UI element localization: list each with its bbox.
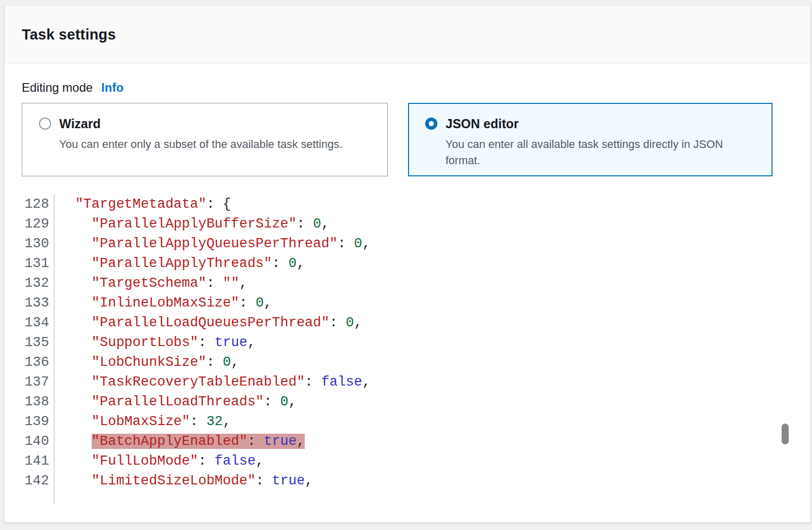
- code-line: 131 "ParallelApplyThreads": 0,: [18, 254, 810, 274]
- wizard-radio[interactable]: [39, 118, 51, 130]
- line-number: 135: [18, 333, 55, 353]
- line-number: 139: [18, 412, 55, 432]
- page: { "header": { "title": "Task settings" }…: [0, 0, 812, 530]
- highlighted-code: "BatchApplyEnabled": true,: [92, 434, 305, 449]
- line-number: 138: [18, 392, 55, 412]
- code-line: 142 "LimitedSizeLobMode": true,: [18, 471, 810, 491]
- line-number: 131: [18, 254, 55, 274]
- wizard-tile[interactable]: Wizard You can enter only a subset of th…: [22, 103, 388, 176]
- line-number: 128: [18, 195, 55, 214]
- json-editor-tile[interactable]: JSON editor You can enter all available …: [408, 103, 773, 176]
- code-line: 138 "ParallelLoadThreads": 0,: [18, 392, 810, 412]
- page-title: Task settings: [22, 26, 116, 43]
- line-number: 142: [18, 471, 55, 491]
- scrollbar-thumb[interactable]: [782, 424, 789, 444]
- json-editor-description: You can enter all available task setting…: [445, 136, 759, 169]
- panel-body: Editing mode Info Wizard You can enter o…: [5, 64, 810, 504]
- line-number: 134: [18, 313, 55, 333]
- line-number: 133: [18, 293, 55, 313]
- line-number: 141: [18, 451, 55, 471]
- code-line: 133 "InlineLobMaxSize": 0,: [18, 293, 810, 313]
- code-line: 135 "SupportLobs": true,: [18, 333, 810, 353]
- json-code-editor[interactable]: 128 "TargetMetadata": {129 "ParallelAppl…: [18, 195, 810, 504]
- line-number: 140: [18, 432, 55, 451]
- json-editor-label: JSON editor: [445, 117, 759, 131]
- line-number: 137: [18, 372, 55, 392]
- line-number: 136: [18, 353, 55, 372]
- code-line: 130 "ParallelApplyQueuesPerThread": 0,: [18, 234, 810, 254]
- editing-mode-row: Editing mode Info: [22, 81, 810, 95]
- code-line: 141 "FullLobMode": false,: [18, 451, 810, 471]
- code-line: 136 "LobChunkSize": 0,: [18, 353, 810, 372]
- code-line: 137 "TaskRecoveryTableEnabled": false,: [18, 372, 810, 392]
- code-line: 134 "ParallelLoadQueuesPerThread": 0,: [18, 313, 810, 333]
- info-link[interactable]: Info: [101, 81, 124, 95]
- code-line: 132 "TargetSchema": "",: [18, 274, 810, 293]
- code-line: 140 "BatchApplyEnabled": true,: [18, 432, 810, 451]
- wizard-label: Wizard: [59, 117, 342, 131]
- task-settings-panel: Task settings Editing mode Info Wizard Y…: [4, 5, 811, 523]
- wizard-description: You can enter only a subset of the avail…: [59, 136, 342, 153]
- code-line: 139 "LobMaxSize": 32,: [18, 412, 810, 432]
- json-editor-radio[interactable]: [425, 118, 437, 130]
- line-number: 130: [18, 234, 55, 254]
- editing-mode-label: Editing mode: [22, 81, 93, 95]
- code-line: 128 "TargetMetadata": {: [18, 195, 810, 214]
- line-number: 129: [18, 214, 55, 234]
- line-number: 132: [18, 274, 55, 293]
- editing-mode-options: Wizard You can enter only a subset of th…: [22, 103, 810, 176]
- code-lines: 128 "TargetMetadata": {129 "ParallelAppl…: [18, 195, 810, 504]
- panel-header: Task settings: [5, 6, 810, 64]
- code-line: 129 "ParallelApplyBufferSize": 0,: [18, 214, 810, 234]
